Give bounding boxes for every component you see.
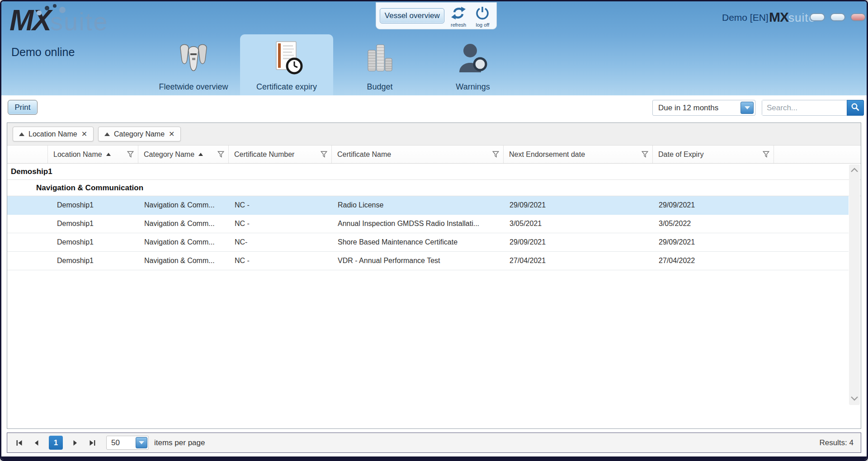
tab-label: Certificate expiry (256, 82, 317, 92)
grid-header-row: Location Name Category Name Certificate … (7, 146, 861, 164)
filter-icon[interactable] (321, 151, 327, 160)
table-row[interactable]: Demoship1 Navigation & Comm... NC- Shore… (7, 233, 849, 252)
tab-fleetwide-overview[interactable]: Fleetwide overview (147, 34, 240, 95)
cell-category: Navigation & Comm... (138, 201, 229, 209)
close-icon[interactable]: ✕ (169, 131, 175, 138)
toolbar: Print Due in 12 months (1, 95, 867, 121)
first-page-button[interactable] (14, 438, 24, 448)
sort-asc-icon (19, 132, 24, 136)
chevron-down-icon (745, 106, 750, 109)
search-input[interactable] (762, 100, 846, 115)
log-off-button[interactable]: log off (472, 4, 493, 28)
cell-next-endorsement: 29/09/2021 (504, 238, 653, 246)
search-box (762, 100, 864, 116)
group-chip-location-name[interactable]: Location Name ✕ (13, 127, 94, 141)
print-label: Print (15, 103, 31, 112)
column-header-certificate-name[interactable]: Certificate Name (332, 146, 504, 163)
environment-label: Demo online (11, 46, 75, 59)
column-header-location-name[interactable]: Location Name (48, 146, 138, 163)
cell-category: Navigation & Comm... (138, 238, 229, 246)
last-page-button[interactable] (87, 438, 97, 448)
column-label: Category Name (144, 151, 194, 159)
cell-certificate-number: NC- (229, 238, 332, 246)
log-off-label: log off (476, 22, 489, 28)
logo-dot (37, 10, 42, 15)
logo-suite-text: suite (50, 7, 108, 36)
power-icon (476, 6, 489, 22)
filter-icon[interactable] (217, 151, 224, 160)
group-chip-label: Location Name (28, 130, 77, 138)
previous-page-button[interactable] (32, 438, 42, 448)
column-label: Certificate Number (234, 151, 294, 159)
window-controls (810, 13, 866, 21)
vessel-overview-button[interactable]: Vessel overview (380, 8, 444, 24)
dropdown-open-button[interactable] (741, 102, 754, 114)
scroll-down-icon[interactable] (850, 395, 859, 403)
due-filter-dropdown[interactable]: Due in 12 months (652, 100, 755, 116)
group-row-location: Demoship1 (7, 164, 861, 180)
table-row[interactable]: Demoship1 Navigation & Comm... NC - VDR … (7, 252, 849, 270)
group-chip-label: Category Name (114, 130, 165, 138)
tab-label: Budget (367, 82, 392, 92)
logo-mx-text: MX (9, 4, 50, 37)
grid-body: Demoship1 Navigation & Communication Dem… (7, 164, 861, 428)
sort-asc-icon (104, 132, 110, 136)
print-button[interactable]: Print (8, 100, 38, 115)
current-page-button[interactable]: 1 (49, 436, 63, 450)
refresh-label: refresh (451, 22, 466, 28)
filter-icon[interactable] (127, 151, 134, 160)
cell-expiry: 27/04/2022 (653, 257, 774, 265)
filter-icon[interactable] (763, 151, 769, 160)
pagination: 1 (14, 436, 97, 450)
page-size-dropdown[interactable]: 50 (106, 436, 149, 450)
cell-next-endorsement: 3/05/2021 (504, 220, 653, 228)
filter-icon[interactable] (492, 151, 499, 160)
vertical-scrollbar[interactable] (849, 165, 860, 405)
column-header-next-endorsement-date[interactable]: Next Endorsement date (504, 146, 653, 163)
cell-location: Demoship1 (48, 220, 138, 228)
search-button[interactable] (847, 100, 864, 116)
cell-expiry: 3/05/2022 (653, 220, 774, 228)
close-icon[interactable]: ✕ (81, 131, 87, 138)
page-size-value: 50 (111, 438, 120, 447)
refresh-button[interactable]: refresh (448, 4, 468, 28)
main-tabs: Fleetwide overview (147, 34, 519, 95)
scroll-up-icon[interactable] (850, 166, 859, 174)
minimize-button[interactable] (810, 13, 825, 21)
maximize-button[interactable] (830, 13, 845, 21)
user-language-label[interactable]: Demo [EN] (722, 12, 769, 23)
cell-certificate-name: Shore Based Maintenance Certificate (332, 238, 504, 246)
sort-asc-icon (198, 153, 203, 156)
table-row[interactable]: Demoship1 Navigation & Comm... NC - Radi… (7, 196, 849, 215)
mini-logo-mx: MX (769, 9, 788, 24)
filter-icon[interactable] (642, 151, 648, 160)
tab-label: Warnings (456, 82, 490, 92)
search-icon (851, 103, 860, 113)
cell-next-endorsement: 29/09/2021 (504, 201, 653, 209)
tab-warnings[interactable]: Warnings (426, 34, 519, 95)
next-page-button[interactable] (70, 438, 80, 448)
column-header-certificate-number[interactable]: Certificate Number (229, 146, 332, 163)
group-row-label: Navigation & Communication (36, 183, 143, 193)
tab-budget[interactable]: Budget (333, 34, 426, 95)
chevron-down-icon (139, 441, 144, 444)
tab-certificate-expiry[interactable]: Certificate expiry (240, 34, 333, 95)
table-row[interactable]: Demoship1 Navigation & Comm... NC - Annu… (7, 215, 849, 233)
cell-next-endorsement: 27/04/2021 (504, 257, 653, 265)
column-header-date-of-expiry[interactable]: Date of Expiry (653, 146, 774, 163)
group-row-category: Navigation & Communication (7, 180, 861, 196)
sort-asc-icon (106, 153, 111, 156)
person-icon (457, 34, 489, 82)
header-indent-cell (7, 146, 48, 163)
dropdown-open-button[interactable] (136, 437, 147, 448)
cell-certificate-number: NC - (229, 257, 332, 265)
column-header-category-name[interactable]: Category Name (138, 146, 229, 163)
close-button[interactable] (850, 13, 866, 21)
mini-logo: MXsuite (769, 9, 816, 25)
cell-location: Demoship1 (48, 238, 138, 246)
header-banner: MXsuite Demo online Vessel overview refr… (1, 1, 867, 95)
due-filter-value: Due in 12 months (658, 103, 718, 113)
cell-expiry: 29/09/2021 (653, 238, 774, 246)
group-chip-category-name[interactable]: Category Name ✕ (98, 127, 181, 141)
tab-label: Fleetwide overview (159, 82, 228, 92)
